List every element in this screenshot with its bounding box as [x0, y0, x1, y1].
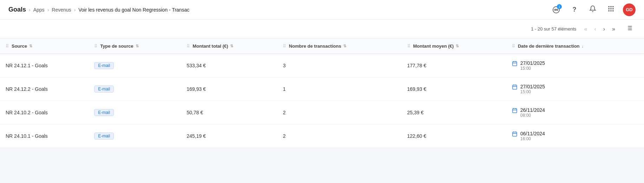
svg-rect-9 — [609, 10, 610, 11]
svg-rect-6 — [609, 8, 610, 9]
cell-montant-total: 245,19 € — [181, 124, 277, 148]
col-moyen-label: Montant moyen (€) — [413, 43, 454, 49]
bell-icon — [589, 5, 596, 14]
pagination-next-button[interactable]: › — [601, 25, 607, 34]
cell-nb-transactions: 3 — [277, 54, 401, 77]
cell-montant-total: 533,34 € — [181, 54, 277, 77]
cell-type: E-mail — [89, 124, 181, 148]
col-montant-total: ⠿ Montant total (€) ⇅ — [181, 39, 277, 54]
drag-handle-montant: ⠿ — [187, 44, 190, 49]
notification-button[interactable] — [586, 4, 599, 16]
svg-rect-10 — [610, 10, 611, 11]
apps-grid-button[interactable] — [605, 4, 617, 16]
cell-type: E-mail — [89, 54, 181, 77]
type-badge: E-mail — [94, 62, 114, 69]
time-value: 16:00 — [520, 136, 545, 141]
date-value: 27/01/2025 — [520, 84, 545, 89]
list-view-button[interactable] — [623, 23, 636, 35]
sep1: › — [29, 7, 31, 13]
sort-moyen[interactable]: ⇅ — [456, 44, 459, 48]
question-icon: ? — [573, 6, 577, 13]
svg-rect-18 — [513, 62, 517, 66]
table-row: NR 24.12.1 - Goals E-mail 533,34 € 3 177… — [0, 54, 644, 77]
pagination-first-button[interactable]: « — [582, 25, 590, 34]
calendar-icon — [512, 131, 518, 138]
svg-rect-26 — [513, 109, 517, 113]
cell-date: 06/11/2024 16:00 — [506, 124, 644, 148]
cell-nb-transactions: 1 — [277, 77, 401, 101]
col-nb-transactions: ⠿ Nombre de transactions ⇅ — [277, 39, 401, 54]
breadcrumb-revenus[interactable]: Revenus — [52, 7, 71, 13]
cell-source: NR 24.12.2 - Goals — [0, 77, 89, 101]
drag-handle-type: ⠿ — [94, 44, 97, 49]
breadcrumb: Goals › Apps › Revenus › Voir les revenu… — [8, 6, 189, 13]
col-nb-label: Nombre de transactions — [289, 43, 341, 49]
cell-type: E-mail — [89, 101, 181, 124]
drag-handle-source: ⠿ — [6, 44, 9, 49]
cell-date: 27/01/2025 15:00 — [506, 77, 644, 101]
time-value: 08:00 — [520, 113, 545, 118]
sort-date[interactable]: ↓ — [582, 44, 584, 48]
cell-montant-moyen: 177,78 € — [402, 54, 506, 77]
sep3: › — [74, 7, 76, 13]
sort-type[interactable]: ⇅ — [136, 44, 139, 48]
cell-source: NR 24.10.2 - Goals — [0, 101, 89, 124]
cell-montant-moyen: 122,60 € — [402, 124, 506, 148]
col-date: ⠿ Date de dernière transaction ↓ — [506, 39, 644, 54]
cell-nb-transactions: 2 — [277, 101, 401, 124]
svg-point-2 — [557, 9, 558, 11]
user-avatar[interactable]: GD — [623, 4, 636, 16]
drag-handle-date: ⠿ — [512, 44, 515, 49]
cell-montant-moyen: 25,39 € — [402, 101, 506, 124]
pagination-prev-button[interactable]: ‹ — [592, 25, 598, 34]
cell-type: E-mail — [89, 77, 181, 101]
cell-montant-total: 169,93 € — [181, 77, 277, 101]
svg-rect-3 — [609, 6, 610, 7]
cell-source: NR 24.12.1 - Goals — [0, 54, 89, 77]
type-badge: E-mail — [94, 86, 114, 93]
help-button[interactable]: ? — [568, 4, 581, 16]
bot-icon-button[interactable]: 1 — [550, 4, 562, 16]
svg-rect-30 — [513, 132, 517, 136]
data-table: ⠿ Source ⇅ ⠿ Type de source ⇅ ⠿ Mont — [0, 39, 644, 148]
table-row: NR 24.10.2 - Goals E-mail 50,78 € 2 25,3… — [0, 101, 644, 124]
cell-date: 26/11/2024 08:00 — [506, 101, 644, 124]
cell-montant-total: 50,78 € — [181, 101, 277, 124]
grid-icon — [607, 5, 614, 14]
pagination-last-button[interactable]: » — [610, 25, 617, 34]
type-badge: E-mail — [94, 109, 114, 116]
col-date-label: Date de dernière transaction — [518, 43, 580, 49]
app-title: Goals — [8, 6, 26, 13]
calendar-icon — [512, 61, 518, 68]
date-value: 06/11/2024 — [520, 131, 545, 136]
table-row: NR 24.12.2 - Goals E-mail 169,93 € 1 169… — [0, 77, 644, 101]
col-montant-label: Montant total (€) — [193, 43, 228, 49]
notification-badge: 1 — [557, 4, 562, 9]
date-value: 26/11/2024 — [520, 107, 545, 113]
drag-handle-moyen: ⠿ — [407, 44, 410, 49]
breadcrumb-apps[interactable]: Apps — [33, 7, 45, 13]
svg-rect-7 — [610, 8, 611, 9]
date-value: 27/01/2025 — [520, 60, 545, 66]
pagination-info: 1 - 20 sur 57 éléments — [531, 26, 576, 32]
table-header-row: ⠿ Source ⇅ ⠿ Type de source ⇅ ⠿ Mont — [0, 39, 644, 54]
col-montant-moyen: ⠿ Montant moyen (€) ⇅ — [402, 39, 506, 54]
cell-montant-moyen: 169,93 € — [402, 77, 506, 101]
type-badge: E-mail — [94, 133, 114, 140]
svg-rect-5 — [612, 6, 613, 7]
sort-nb[interactable]: ⇅ — [343, 44, 346, 48]
svg-rect-11 — [612, 10, 613, 11]
sort-source[interactable]: ⇅ — [29, 44, 32, 48]
svg-rect-22 — [513, 85, 517, 89]
time-value: 15:00 — [520, 66, 545, 71]
col-source: ⠿ Source ⇅ — [0, 39, 89, 54]
sort-montant[interactable]: ⇅ — [230, 44, 233, 48]
table-row: NR 24.10.1 - Goals E-mail 245,19 € 2 122… — [0, 124, 644, 148]
col-type-source: ⠿ Type de source ⇅ — [89, 39, 181, 54]
time-value: 15:00 — [520, 89, 545, 94]
col-type-label: Type de source — [100, 43, 133, 49]
svg-rect-8 — [612, 8, 613, 9]
toolbar: 1 - 20 sur 57 éléments « ‹ › » — [0, 20, 644, 39]
calendar-icon — [512, 84, 518, 91]
list-icon — [626, 26, 633, 33]
